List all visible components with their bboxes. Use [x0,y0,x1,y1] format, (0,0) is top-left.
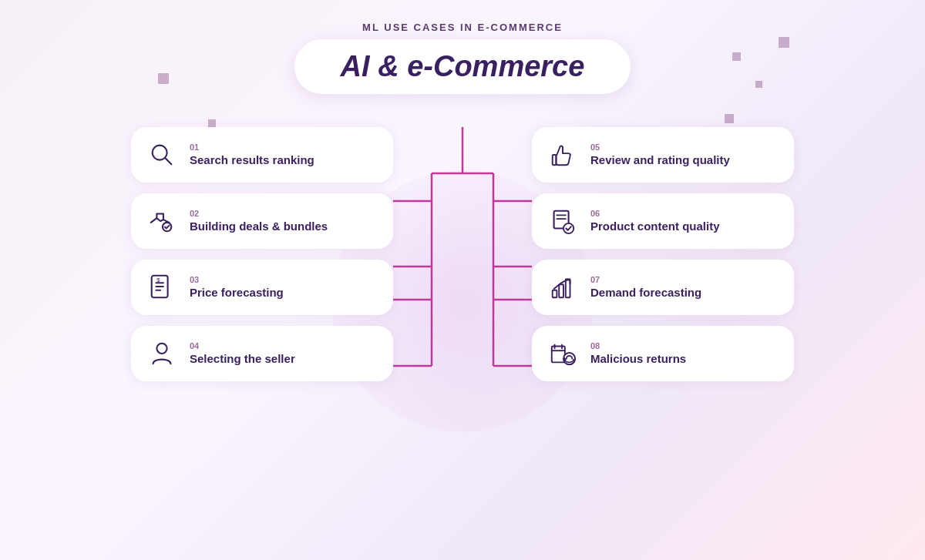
svg-rect-22 [559,284,563,297]
price-icon: $ [145,270,179,304]
card-05-text: 05 Review and rating quality [590,143,730,168]
header: ML USE CASES IN E-COMMERCE AI & e-Commer… [0,0,925,94]
card-01-text: 01 Search results ranking [190,143,314,168]
center-connector [393,127,532,389]
card-03-num: 03 [190,275,284,284]
svg-line-1 [165,158,172,165]
card-04-text: 04 Selecting the seller [190,341,295,367]
thumbup-icon [546,138,580,172]
svg-rect-21 [553,290,557,298]
svg-rect-18 [553,155,557,165]
card-01-num: 01 [190,143,314,152]
card-08: 08 Malicious returns [532,326,794,381]
card-07-num: 07 [590,275,701,284]
search-icon [145,138,179,172]
card-07: 07 Demand forecasting [532,260,794,315]
card-08-label: Malicious returns [590,352,686,367]
handshake-icon [145,204,179,238]
header-title-box: AI & e-Commerce [294,39,631,94]
card-01: 01 Search results ranking [131,127,393,183]
left-column: 01 Search results ranking 02 Building de… [131,127,393,381]
product-icon [546,204,580,238]
card-08-num: 08 [590,341,686,350]
card-05-num: 05 [590,143,730,152]
card-04: 04 Selecting the seller [131,326,393,381]
card-01-label: Search results ranking [190,153,314,168]
svg-point-5 [156,344,166,354]
card-06-text: 06 Product content quality [590,209,720,234]
card-03: $ 03 Price forecasting [131,260,393,315]
card-05-label: Review and rating quality [590,153,730,168]
header-subtitle: ML USE CASES IN E-COMMERCE [0,22,925,33]
right-column: 05 Review and rating quality 06 Product … [532,127,794,381]
card-07-text: 07 Demand forecasting [590,275,701,300]
card-08-text: 08 Malicious returns [590,341,686,367]
card-03-text: 03 Price forecasting [190,275,284,300]
header-title: AI & e-Commerce [341,50,585,83]
person-icon [145,337,179,371]
card-03-label: Price forecasting [190,286,284,300]
main-content: 01 Search results ranking 02 Building de… [0,104,925,560]
returns-icon [546,337,580,371]
chart-icon [546,270,580,304]
card-02-num: 02 [190,209,328,218]
card-07-label: Demand forecasting [590,286,701,300]
card-06-label: Product content quality [590,220,720,234]
card-02-label: Building deals & bundles [190,220,328,234]
card-06: 06 Product content quality [532,193,794,249]
card-02-text: 02 Building deals & bundles [190,209,328,234]
card-05: 05 Review and rating quality [532,127,794,183]
card-04-num: 04 [190,341,295,350]
card-06-num: 06 [590,209,720,218]
card-02: 02 Building deals & bundles [131,193,393,249]
card-04-label: Selecting the seller [190,352,295,367]
